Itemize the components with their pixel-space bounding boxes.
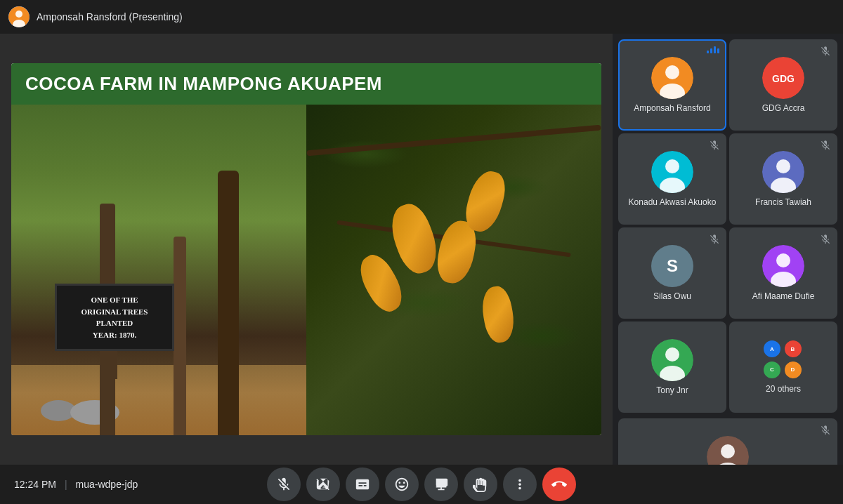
more-options-button[interactable] <box>503 467 537 501</box>
captions-button[interactable] <box>346 467 379 501</box>
svg-point-4 <box>665 65 679 79</box>
slide-image-left: One of theOriginal TreesPlantedYear: 187… <box>11 105 306 435</box>
presentation-area: COCOA FARM IN MAMPONG AKUAPEM <box>0 34 613 465</box>
svg-point-9 <box>665 159 679 173</box>
mic-off-icon-konadu <box>708 139 721 152</box>
others-avatars: A B C D <box>764 340 803 380</box>
participant-tile-francis[interactable]: Francis Tawiah <box>729 133 837 225</box>
slide-container: COCOA FARM IN MAMPONG AKUAPEM <box>11 63 601 435</box>
presenter-avatar <box>8 6 30 27</box>
emoji-button[interactable] <box>385 467 419 501</box>
participant-tile-silas[interactable]: S Silas Owu <box>618 227 726 319</box>
svg-point-1 <box>15 11 22 18</box>
participant-tile-amponsah[interactable]: Amponsah Ransford <box>618 39 726 131</box>
avatar-francis <box>762 151 804 193</box>
svg-point-12 <box>776 159 790 173</box>
name-tony: Tony Jnr <box>653 385 691 395</box>
svg-text:GDG: GDG <box>772 73 795 84</box>
participant-tile-afi[interactable]: Afi Maame Dufie <box>729 227 837 319</box>
svg-point-21 <box>721 444 735 458</box>
slide-images: One of theOriginal TreesPlantedYear: 187… <box>11 105 601 435</box>
name-others: 20 others <box>763 384 804 394</box>
svg-point-15 <box>776 253 790 267</box>
control-left: 12:24 PM | mua-wdpe-jdp <box>14 479 140 490</box>
mic-off-icon-silas <box>708 233 721 246</box>
camera-button[interactable] <box>306 467 340 501</box>
participant-tile-shadrack[interactable]: Shadrack Inusah <box>618 418 837 465</box>
participant-tile-tony[interactable]: Tony Jnr <box>618 321 726 413</box>
avatar-shadrack <box>707 436 749 465</box>
participant-tile-others[interactable]: A B C D 20 others <box>729 321 837 413</box>
present-button[interactable] <box>424 467 458 501</box>
slide-image-right <box>306 105 601 435</box>
sign-post: One of theOriginal TreesPlantedYear: 187… <box>55 284 174 379</box>
avatar-tony <box>651 339 693 381</box>
avatar-silas: S <box>651 245 693 287</box>
participant-tile-gdg[interactable]: GDG GDG Accra <box>729 39 837 131</box>
name-konadu: Konadu Akwasi Akuoko <box>626 197 719 207</box>
avatar-afi <box>762 245 804 287</box>
participants-sidebar: Amponsah Ransford GDG GDG Accra <box>613 34 843 465</box>
participant-grid: Amponsah Ransford GDG GDG Accra <box>615 37 840 416</box>
control-buttons <box>267 467 576 501</box>
meeting-code: mua-wdpe-jdp <box>76 479 138 490</box>
presenter-name: Amponsah Ransford (Presenting) <box>37 11 183 22</box>
name-gdg: GDG Accra <box>759 103 808 113</box>
control-bar: 12:24 PM | mua-wdpe-jdp <box>0 465 843 504</box>
participant-tile-konadu[interactable]: Konadu Akwasi Akuoko <box>618 133 726 225</box>
divider: | <box>65 479 67 490</box>
name-francis: Francis Tawiah <box>752 197 814 207</box>
raise-hand-button[interactable] <box>464 467 497 501</box>
meeting-time: 12:24 PM <box>14 479 56 490</box>
avatar-konadu <box>651 151 693 193</box>
slide-title: COCOA FARM IN MAMPONG AKUAPEM <box>25 73 587 95</box>
sign-text: One of theOriginal TreesPlantedYear: 187… <box>64 294 165 340</box>
speaking-indicator <box>707 46 719 53</box>
avatar-amponsah <box>651 57 693 99</box>
mic-off-icon-gdg <box>819 45 832 58</box>
name-silas: Silas Owu <box>651 291 694 301</box>
top-bar: Amponsah Ransford (Presenting) <box>0 0 843 34</box>
svg-point-18 <box>665 347 679 362</box>
name-amponsah: Amponsah Ransford <box>631 103 713 113</box>
mic-off-icon-afi <box>819 233 832 246</box>
avatar-gdg: GDG <box>762 57 804 99</box>
name-afi: Afi Maame Dufie <box>750 291 818 301</box>
end-call-button[interactable] <box>542 467 576 501</box>
mic-off-icon-shadrack <box>819 424 832 437</box>
mic-off-icon-francis <box>819 139 832 152</box>
slide-title-bar: COCOA FARM IN MAMPONG AKUAPEM <box>11 63 601 105</box>
mic-button[interactable] <box>267 467 301 501</box>
main-area: COCOA FARM IN MAMPONG AKUAPEM <box>0 34 843 465</box>
